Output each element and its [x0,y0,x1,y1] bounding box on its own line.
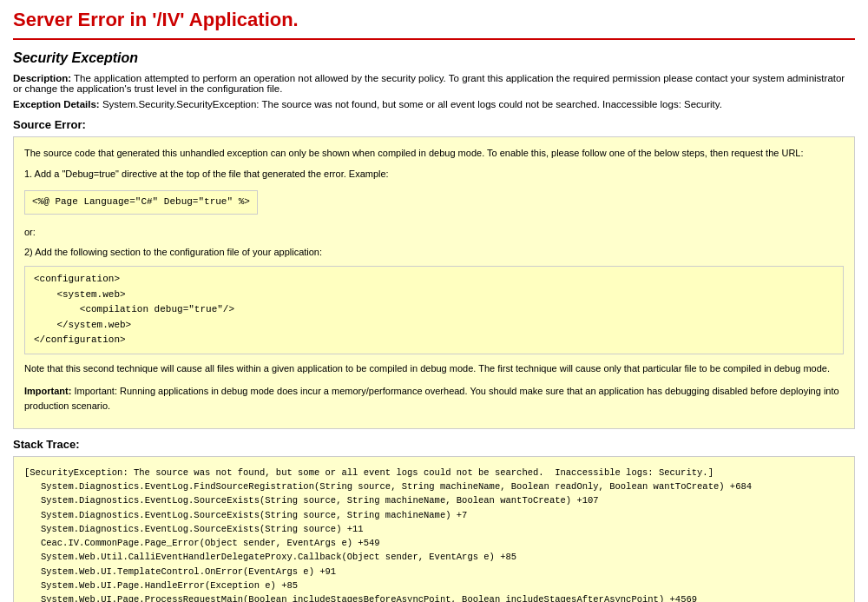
or-text: or: [24,225,844,241]
description-text: The application attempted to perform an … [13,73,845,94]
stack-trace-header: Stack Trace: [13,438,855,451]
source-error-box: The source code that generated this unha… [13,136,855,429]
note-text: Note that this second technique will cau… [24,361,844,377]
page-title: Server Error in '/IV' Application. [13,9,855,40]
important-text: Important: Important: Running applicatio… [24,384,844,414]
source-error-intro: The source code that generated this unha… [24,146,844,162]
source-error-header: Source Error: [13,118,855,131]
exception-details-text: System.Security.SecurityException: The s… [102,99,722,109]
step2-text: 2) Add the following section to the conf… [24,245,844,261]
exception-title: Security Exception [13,50,855,66]
step1-text: 1. Add a "Debug=true" directive at the t… [24,167,844,182]
exception-details-line: Exception Details: System.Security.Secur… [13,99,855,109]
stack-trace-box: [SecurityException: The source was not f… [13,456,855,602]
config-code: <configuration> <system.web> <compilatio… [24,266,844,354]
exception-details-label: Exception Details: [13,99,100,109]
step1-code: <%@ Page Language="C#" Debug="true" %> [24,190,258,215]
description-label: Description: [13,73,71,83]
description-line: Description: The application attempted t… [13,73,855,94]
